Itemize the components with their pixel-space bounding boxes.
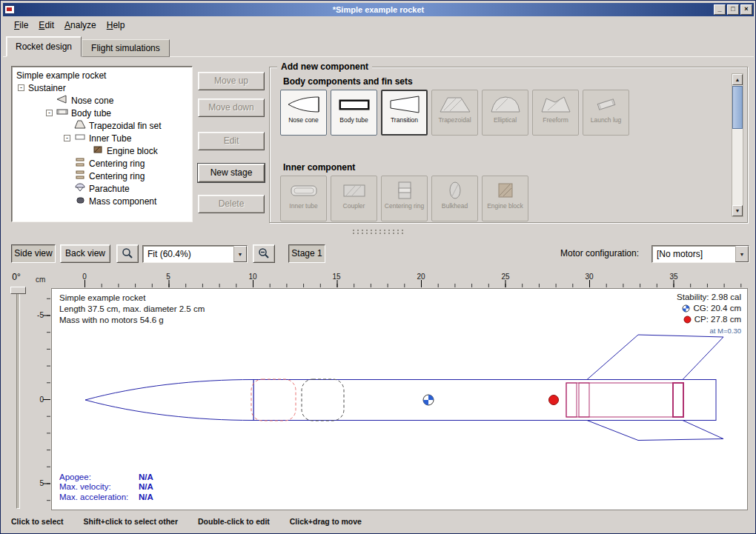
maximize-icon[interactable]: □ — [727, 4, 739, 15]
body-tube-icon — [337, 94, 371, 115]
tree-expander-icon[interactable]: - — [18, 84, 24, 91]
tree-item-rocket[interactable]: Simple example rocket — [12, 69, 192, 81]
tree-item-engine-block[interactable]: Engine block — [12, 144, 192, 157]
chevron-down-icon[interactable]: ▼ — [233, 246, 247, 262]
cp-marker[interactable] — [549, 396, 559, 405]
tree-expander-icon[interactable]: - — [46, 110, 53, 116]
tree-item-body-tube[interactable]: - Body tube — [12, 107, 192, 119]
tab-flight-simulations[interactable]: Flight simulations — [82, 39, 170, 57]
add-bulkhead-button: Bulkhead — [431, 176, 478, 221]
tree-item-label: Inner Tube — [89, 133, 131, 144]
tree-item-label: Simple example rocket — [16, 70, 106, 81]
tree-item-parachute[interactable]: Parachute — [12, 182, 192, 195]
apogee-label: Apogee: — [59, 473, 139, 483]
minimize-icon[interactable]: _ — [714, 4, 726, 15]
back-view-button[interactable]: Back view — [60, 244, 110, 263]
close-icon[interactable]: × — [740, 4, 752, 15]
rocket-mass: Mass with no motors 54.6 g — [59, 315, 205, 326]
add-centering-ring-button: Centering ring — [381, 176, 428, 221]
tree-item-label: Trapezoidal fin set — [89, 121, 162, 131]
tree-item-label: Body tube — [71, 108, 111, 119]
menu-edit[interactable]: Edit — [33, 19, 59, 32]
rocket-design-canvas[interactable]: Simple example rocket Length 37.5 cm, ma… — [51, 288, 748, 510]
tree-expander-icon[interactable]: - — [64, 135, 70, 141]
fin-lower-shape[interactable] — [587, 421, 723, 441]
add-elliptical-button: Elliptical — [482, 90, 528, 136]
ruler-tick-label: 0 — [39, 396, 44, 404]
tree-item-centering-ring[interactable]: Centering ring — [12, 157, 192, 170]
panel-splitter[interactable] — [1, 227, 755, 235]
coupler-icon — [337, 180, 371, 201]
tree-item-label: Sustainer — [28, 83, 66, 93]
chevron-down-icon[interactable]: ▼ — [735, 246, 749, 262]
add-inner-tube-button: Inner tube — [280, 176, 327, 221]
scroll-up-icon[interactable]: ▲ — [732, 74, 743, 85]
status-bar: Click to select Shift+click to select ot… — [11, 517, 379, 526]
inner-tube-icon — [74, 133, 86, 144]
rocket-dimensions: Length 37.5 cm, max. diameter 2.5 cm — [59, 304, 205, 315]
component-tree[interactable]: Simple example rocket - Sustainer Nose c… — [11, 66, 193, 222]
motor-configuration-combobox[interactable]: [No motors] ▼ — [651, 245, 749, 263]
splitter-grip-icon — [352, 229, 404, 234]
tab-rocket-design[interactable]: Rocket design — [6, 36, 82, 57]
add-nose-cone-button[interactable]: Nose cone — [280, 90, 327, 136]
cp-value: CP: 27.8 cm — [694, 314, 741, 325]
fin-upper-shape[interactable] — [587, 335, 723, 380]
stage-1-toggle[interactable]: Stage 1 — [288, 244, 325, 263]
apogee-value: N/A — [139, 473, 153, 483]
zoom-fit-button[interactable] — [253, 244, 275, 263]
window: *Simple example rocket _ □ × File Edit A… — [0, 0, 756, 534]
status-hint: Shift+click to select other — [84, 517, 179, 526]
flight-data: Apogee:N/A Max. velocity:N/A Max. accele… — [59, 473, 153, 503]
menu-analyze[interactable]: Analyze — [59, 19, 102, 32]
add-transition-button[interactable]: Transition — [381, 90, 428, 136]
body-tube-shape[interactable] — [253, 380, 716, 421]
move-up-button: Move up — [198, 72, 265, 90]
rocket-name: Simple example rocket — [59, 293, 205, 304]
motor-configuration-value: [No motors] — [652, 249, 735, 259]
scroll-down-icon[interactable]: ▼ — [732, 205, 743, 216]
status-hint: Click+drag to move — [290, 517, 362, 526]
inner-tube-icon — [287, 180, 321, 201]
menu-file[interactable]: File — [9, 19, 33, 32]
add-freeform-button: Freeform — [532, 90, 579, 136]
cg-icon — [682, 304, 690, 313]
zoom-combobox[interactable]: Fit (60.4%) ▼ — [142, 245, 248, 263]
add-body-tube-button[interactable]: Body tube — [331, 90, 377, 136]
move-down-button: Move down — [198, 99, 265, 117]
horizontal-ruler: 0 5 10 15 20 25 30 35 — [51, 272, 748, 287]
transition-icon — [388, 94, 422, 115]
tree-item-label: Engine block — [107, 146, 158, 156]
magnifier-icon — [122, 247, 133, 259]
rotation-angle-label: 0° — [5, 272, 27, 282]
status-hint: Double-click to edit — [198, 517, 270, 526]
add-coupler-button: Coupler — [331, 176, 377, 221]
cg-marker[interactable] — [423, 395, 434, 405]
launch-lug-icon — [589, 94, 623, 115]
trapezoidal-fin-icon — [438, 94, 472, 115]
add-engine-block-button: Engine block — [482, 176, 528, 221]
bulkhead-icon — [438, 180, 472, 201]
tree-item-stage[interactable]: - Sustainer — [12, 81, 192, 94]
centering-ring-icon — [74, 170, 86, 181]
scrollbar-thumb[interactable] — [732, 86, 743, 129]
tree-item-nose-cone[interactable]: Nose cone — [12, 94, 192, 107]
max-acceleration-value: N/A — [139, 493, 153, 503]
component-scrollbar[interactable]: ▲ ▼ — [732, 73, 743, 217]
side-view-button[interactable]: Side view — [11, 244, 56, 263]
tree-item-fin-set[interactable]: Trapezoidal fin set — [12, 119, 192, 132]
max-acceleration-label: Max. acceleration: — [59, 493, 139, 503]
zoom-in-button[interactable] — [116, 244, 139, 263]
rotation-slider-handle[interactable] — [10, 287, 26, 294]
titlebar[interactable]: *Simple example rocket _ □ × — [3, 3, 754, 16]
nose-cone-shape[interactable] — [85, 380, 253, 421]
tree-item-inner-tube[interactable]: - Inner Tube — [12, 132, 192, 144]
body-components-label: Body components and fin sets — [283, 76, 413, 87]
tree-item-mass-component[interactable]: Mass component — [12, 195, 192, 207]
menu-help[interactable]: Help — [102, 19, 130, 32]
new-stage-button[interactable]: New stage — [198, 164, 265, 182]
add-launch-lug-button: Launch lug — [583, 90, 629, 136]
ruler-tick-label: -5 — [37, 311, 44, 319]
mass-component-icon — [74, 196, 86, 207]
tree-item-centering-ring[interactable]: Centering ring — [12, 170, 192, 182]
